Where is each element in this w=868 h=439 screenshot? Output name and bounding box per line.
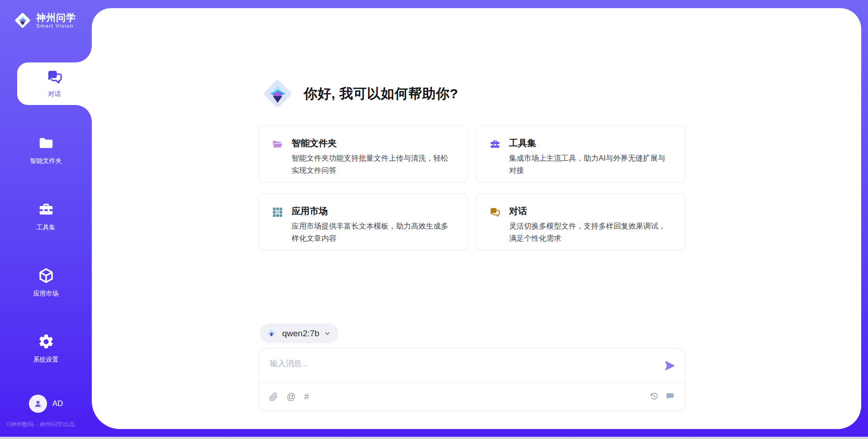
chevron-down-icon: [324, 330, 331, 337]
message-input[interactable]: [259, 348, 652, 382]
cube-icon: [38, 267, 55, 284]
model-selector[interactable]: qwen2:7b: [260, 324, 338, 343]
folder-open-icon: [272, 138, 283, 150]
app-grid-icon: [272, 206, 283, 218]
chat-bubble-icon[interactable]: [665, 391, 675, 403]
toolbox-icon: [38, 201, 55, 218]
brand-name-cn: 神州问学: [36, 12, 76, 23]
card-chat[interactable]: 对话 灵活切换多模型文件，支持多样回复效果调试，满足个性化需求: [476, 194, 685, 250]
brand-diamond-icon: [12, 10, 33, 31]
sidebar-item-smart-folder[interactable]: 智能文件夹: [0, 134, 92, 165]
attachment-icon[interactable]: [269, 392, 278, 401]
model-name: qwen2:7b: [282, 329, 319, 339]
card-description: 灵活切换多模型文件，支持多样回复效果调试，满足个性化需求: [509, 220, 670, 244]
chat-icon: [489, 206, 501, 218]
feature-cards: 智能文件夹 智能文件夹功能支持批量文件上传与清洗，轻松实现文件问答 工具集 集成…: [259, 126, 685, 250]
card-description: 智能文件夹功能支持批量文件上传与清洗，轻松实现文件问答: [292, 152, 452, 176]
card-app-market[interactable]: 应用市场 应用市场提供丰富长文本模板，助力高效生成多样化文章内容: [259, 194, 468, 250]
hash-icon[interactable]: #: [304, 392, 309, 401]
brand-logo: 神州问学 Smart Vision: [12, 10, 76, 31]
card-title: 智能文件夹: [292, 138, 452, 148]
card-body: 对话 灵活切换多模型文件，支持多样回复效果调试，满足个性化需求: [509, 206, 670, 250]
send-button[interactable]: [664, 360, 675, 372]
window-bottom-edge: [0, 437, 868, 439]
card-description: 集成市场上主流工具，助力AI与外界无缝扩展与对接: [509, 152, 670, 176]
mention-icon[interactable]: @: [287, 392, 296, 401]
sidebar-item-label: 应用市场: [0, 290, 92, 298]
composer-right-tools: [650, 391, 675, 403]
card-toolset[interactable]: 工具集 集成市场上主流工具，助力AI与外界无缝扩展与对接: [476, 126, 685, 182]
send-icon: [664, 360, 675, 372]
card-title: 工具集: [509, 138, 670, 148]
chat-icon: [46, 68, 63, 86]
greeting-text: 你好, 我可以如何帮助你?: [304, 85, 458, 103]
history-icon[interactable]: [650, 392, 659, 402]
avatar: [29, 395, 47, 413]
user-name: AD: [52, 399, 63, 408]
copyright-text: ©神州数码 · 神州问学出品: [6, 420, 75, 429]
composer-toolbar: @ #: [259, 383, 685, 410]
sidebar: 神州问学 Smart Vision 对话 智能文件夹: [0, 0, 92, 439]
tab-curve-top: [75, 46, 92, 62]
message-composer: @ #: [259, 348, 685, 411]
sidebar-item-app-market[interactable]: 应用市场: [0, 267, 92, 298]
card-body: 工具集 集成市场上主流工具，助力AI与外界无缝扩展与对接: [509, 138, 670, 182]
card-body: 应用市场 应用市场提供丰富长文本模板，助力高效生成多样化文章内容: [292, 206, 452, 250]
model-logo-icon: [265, 327, 278, 340]
sidebar-item-label: 对话: [17, 90, 92, 98]
card-smart-folder[interactable]: 智能文件夹 智能文件夹功能支持批量文件上传与清洗，轻松实现文件问答: [259, 126, 468, 182]
card-description: 应用市场提供丰富长文本模板，助力高效生成多样化文章内容: [292, 220, 452, 244]
card-title: 应用市场: [292, 206, 452, 216]
sidebar-item-settings[interactable]: 系统设置: [0, 333, 92, 364]
greeting-logo-icon: [259, 73, 297, 115]
tab-curve-bottom: [75, 105, 92, 121]
sidebar-item-chat[interactable]: 对话: [17, 62, 92, 105]
main-panel: 你好, 我可以如何帮助你? 智能文件夹 智能文件夹功能支持批量文件上传与清洗，轻…: [92, 8, 861, 429]
user-account[interactable]: AD: [0, 395, 92, 413]
app-window: 神州问学 Smart Vision 对话 智能文件夹: [0, 0, 868, 439]
composer-tools: @ #: [269, 392, 309, 401]
toolbox-icon: [489, 138, 501, 150]
sidebar-item-label: 系统设置: [0, 356, 92, 364]
card-title: 对话: [509, 206, 670, 216]
sidebar-item-label: 工具集: [0, 224, 92, 232]
card-body: 智能文件夹 智能文件夹功能支持批量文件上传与清洗，轻松实现文件问答: [292, 138, 452, 182]
person-icon: [33, 398, 43, 409]
folder-icon: [38, 134, 55, 152]
greeting: 你好, 我可以如何帮助你?: [259, 73, 458, 115]
sidebar-item-toolset[interactable]: 工具集: [0, 201, 92, 232]
gear-icon: [38, 333, 55, 350]
brand-name-en: Smart Vision: [36, 23, 76, 29]
brand-text: 神州问学 Smart Vision: [36, 12, 76, 29]
sidebar-item-label: 智能文件夹: [0, 157, 92, 165]
